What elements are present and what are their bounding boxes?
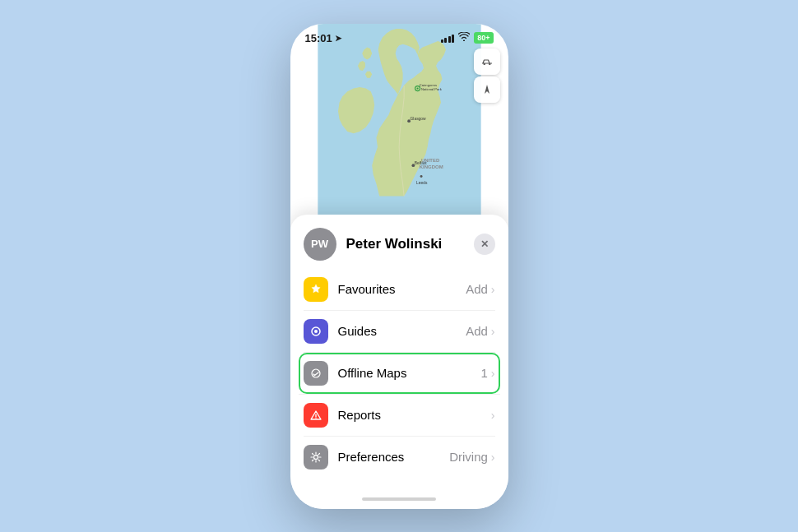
sheet-header: PW Peter Wolinski ✕ (290, 215, 508, 269)
wifi-icon (458, 32, 470, 44)
offline-maps-icon (304, 361, 328, 386)
status-icons: 80+ (441, 32, 494, 44)
reports-chevron: › (491, 409, 495, 422)
guides-label: Guides (338, 324, 457, 338)
menu-item-offline-maps[interactable]: Offline Maps 1 › (299, 353, 500, 395)
reports-right: › (488, 409, 495, 422)
close-button[interactable]: ✕ (474, 234, 495, 255)
reports-label: Reports (338, 408, 478, 422)
svg-rect-13 (483, 63, 485, 65)
home-indicator (290, 491, 508, 509)
battery-icon: 80+ (474, 32, 493, 44)
avatar-initials: PW (311, 238, 328, 250)
signal-icon (441, 34, 455, 43)
svg-text:Leeds: Leeds (416, 180, 428, 184)
guides-icon (304, 319, 328, 344)
svg-text:Cairngorms: Cairngorms (419, 82, 436, 86)
user-name: Peter Wolinski (346, 236, 464, 252)
offline-maps-value: 1 (480, 366, 487, 380)
menu-item-preferences[interactable]: Preferences Driving › (304, 437, 495, 478)
offline-maps-chevron: › (491, 367, 495, 380)
favourites-icon (304, 277, 328, 302)
svg-point-16 (314, 330, 318, 333)
menu-item-reports[interactable]: Reports › (304, 395, 495, 437)
svg-point-19 (313, 455, 318, 459)
preferences-value: Driving (449, 450, 488, 464)
svg-point-18 (315, 417, 316, 418)
time-label: 15:01 (305, 32, 332, 44)
offline-maps-right: 1 › (480, 366, 494, 380)
phone-frame: 15:01 ➤ 80+ (290, 24, 508, 509)
favourites-label: Favourites (338, 282, 457, 296)
guides-value: Add (466, 324, 488, 338)
favourites-right: Add › (466, 282, 494, 296)
svg-point-10 (416, 87, 418, 89)
status-bar: 15:01 ➤ 80+ (290, 24, 508, 49)
menu-list: Favourites Add › Guides Add › (290, 269, 508, 491)
guides-right: Add › (466, 324, 494, 338)
svg-text:UNITED: UNITED (421, 158, 440, 163)
preferences-chevron: › (491, 451, 495, 464)
battery-label: 80+ (477, 34, 489, 42)
status-time: 15:01 ➤ (305, 32, 341, 44)
svg-text:Glasgow: Glasgow (410, 117, 425, 121)
preferences-label: Preferences (338, 450, 440, 464)
svg-rect-14 (489, 63, 491, 65)
offline-maps-label: Offline Maps (338, 366, 471, 380)
menu-item-guides[interactable]: Guides Add › (304, 311, 495, 353)
preferences-icon (304, 445, 328, 470)
favourites-chevron: › (491, 283, 495, 296)
map-view[interactable]: Glasgow Belfast Leeds UNITED KINGDOM Cai… (290, 24, 508, 215)
avatar: PW (304, 228, 336, 261)
bottom-sheet: PW Peter Wolinski ✕ Favourites Add › (290, 215, 508, 509)
car-view-button[interactable] (474, 49, 500, 75)
guides-chevron: › (491, 325, 495, 338)
favourites-value: Add (466, 282, 488, 296)
map-controls (474, 49, 500, 103)
location-button[interactable] (474, 76, 500, 103)
menu-item-favourites[interactable]: Favourites Add › (304, 269, 495, 311)
close-icon: ✕ (480, 238, 489, 250)
preferences-right: Driving › (449, 450, 494, 464)
svg-point-5 (420, 175, 422, 178)
reports-icon (304, 403, 328, 428)
svg-text:National Park: National Park (421, 86, 443, 90)
home-bar (362, 497, 436, 501)
svg-text:KINGDOM: KINGDOM (419, 164, 443, 169)
